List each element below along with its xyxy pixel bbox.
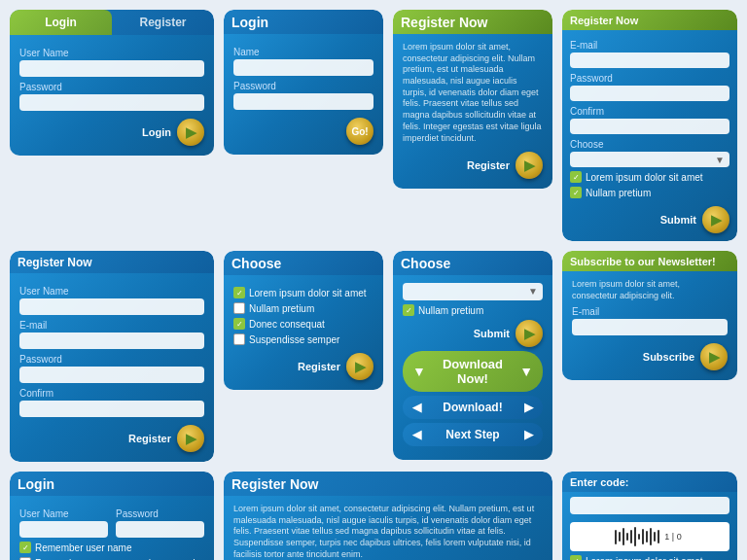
download-down-icon2: ▼	[519, 364, 533, 379]
register4-lorem: Lorem ipsum dolor sit amet, consectetur …	[233, 504, 543, 560]
checkbox-1[interactable]: ✓	[570, 171, 582, 183]
username-h-input[interactable]	[19, 521, 108, 538]
download-left-icon: ◀	[412, 401, 421, 414]
choose-card-2: Choose ▼ ✓ Nullam pretium Submit ▶ ▼ Dow…	[393, 251, 552, 462]
go-button[interactable]: Go!	[346, 118, 374, 145]
choose2-cb-1-label: Nullam pretium	[418, 305, 483, 316]
password2-input[interactable]	[233, 93, 374, 110]
tab-login[interactable]: Login	[10, 10, 112, 35]
choose1-cb-3[interactable]: ✓	[233, 318, 245, 330]
subscribe-email-label: E-mail	[572, 306, 728, 317]
confirm3-input[interactable]	[19, 401, 204, 417]
download-label: Download!	[443, 401, 502, 414]
confirm-label: Confirm	[570, 106, 729, 117]
username3-input[interactable]	[19, 298, 204, 315]
choose1-cb-1[interactable]: ✓	[233, 287, 245, 298]
choose2-input[interactable]	[403, 283, 543, 300]
pass-label: Password	[570, 73, 729, 84]
choose-label: Choose	[570, 139, 729, 150]
download-now-label: Download Now!	[431, 357, 515, 386]
next-right-icon: ▶	[524, 428, 533, 441]
login3-title: Login	[18, 476, 54, 492]
code-check-1[interactable]: ✓ Lorem ipsum dolor sit amet	[570, 555, 729, 560]
choose1-cb-4[interactable]	[233, 333, 245, 345]
name-input[interactable]	[233, 59, 374, 76]
email-input[interactable]	[570, 52, 729, 68]
enter-code-title: Enter code:	[570, 476, 629, 488]
username-input[interactable]	[19, 60, 204, 77]
email-label: E-mail	[570, 40, 729, 51]
download-now-button[interactable]: ▼ Download Now! ▼	[403, 351, 543, 392]
login-horizontal-card: Login User Name Password ✓ Remember user…	[10, 472, 214, 560]
remember-cb-1[interactable]: ✓	[19, 542, 31, 553]
submit-button[interactable]: ▶	[702, 206, 729, 233]
code-cb-1[interactable]: ✓	[570, 555, 582, 560]
submit-label: Submit	[660, 214, 696, 226]
choose1-cb-3-label: Donec consequat	[249, 319, 325, 330]
captcha-box: 1 | 0	[570, 522, 729, 551]
subscribe-button[interactable]: ▶	[700, 343, 728, 370]
username-h-label: User Name	[19, 508, 108, 519]
choose2-title: Choose	[401, 256, 450, 271]
remember-check-1[interactable]: ✓ Remember user name	[19, 542, 204, 553]
choose1-cb-4-label: Suspendisse semper	[249, 334, 339, 345]
choose1-cb-2-label: Nullam pretium	[249, 303, 314, 314]
password3-label: Password	[19, 354, 204, 365]
choose1-title: Choose	[231, 256, 281, 271]
arrow-icon: ▶	[186, 431, 196, 446]
download-right-icon: ▶	[524, 401, 533, 414]
email3-label: E-mail	[19, 320, 204, 331]
checkbox-row-2[interactable]: ✓ Nullam pretium	[570, 187, 729, 198]
register-button[interactable]: ▶	[516, 152, 543, 179]
pass-input[interactable]	[570, 86, 729, 101]
arrow-icon: ▶	[709, 349, 720, 365]
arrow-icon: ▶	[524, 158, 535, 173]
choose1-check-1[interactable]: ✓ Lorem ipsum dolor sit amet	[233, 287, 374, 298]
choose1-check-3[interactable]: ✓ Donec consequat	[233, 318, 374, 330]
remember-1-label: Remember user name	[35, 542, 131, 553]
next-step-button[interactable]: ◀ Next Step ▶	[403, 423, 543, 446]
register3-button[interactable]: ▶	[177, 425, 204, 452]
choose-card-1: Choose ✓ Lorem ipsum dolor sit amet Null…	[224, 251, 383, 462]
name-label: Name	[233, 47, 374, 57]
confirm-input[interactable]	[570, 119, 729, 134]
code-input[interactable]	[570, 497, 729, 514]
choose2-cb-1[interactable]: ✓	[403, 304, 414, 316]
register-form-card-2: Register Now User Name E-mail Password C…	[10, 251, 214, 462]
password3-input[interactable]	[19, 367, 204, 383]
enter-code-card: Enter code: 1 | 0	[562, 472, 737, 560]
subscribe-email-input[interactable]	[572, 319, 728, 335]
choose1-check-2[interactable]: Nullam pretium	[233, 302, 374, 314]
register-now3-title: Register Now	[18, 256, 92, 269]
subscribe-btn-label: Subscribe	[643, 351, 694, 363]
choose-input[interactable]	[570, 152, 729, 167]
register-now-title: Register Now	[401, 15, 487, 30]
register-choose-button[interactable]: ▶	[346, 353, 374, 380]
checkbox-2[interactable]: ✓	[570, 187, 582, 198]
choose1-cb-1-label: Lorem ipsum dolor sit amet	[249, 288, 367, 298]
arrow-icon: ▶	[355, 359, 366, 374]
captcha-image: 1 | 0	[615, 527, 684, 546]
register3-btn-label: Register	[128, 433, 171, 444]
tab-register[interactable]: Register	[112, 10, 214, 35]
choose2-check-1[interactable]: ✓ Nullam pretium	[403, 304, 543, 316]
download-button[interactable]: ◀ Download! ▶	[403, 396, 543, 419]
subscribe-title: Subscribe to our Newsletter!	[570, 256, 716, 267]
choose1-cb-2[interactable]	[233, 302, 245, 314]
login-btn-label: Login	[142, 126, 171, 138]
password-h-input[interactable]	[116, 521, 204, 538]
submit2-button[interactable]: ▶	[516, 320, 543, 347]
password-input[interactable]	[19, 94, 204, 111]
confirm3-label: Confirm	[19, 388, 204, 399]
login-register-card: Login Register User Name Password Login …	[10, 10, 214, 241]
email3-input[interactable]	[19, 332, 204, 349]
choose1-check-4[interactable]: Suspendisse semper	[233, 333, 374, 345]
password-label: Password	[19, 82, 204, 92]
login-button[interactable]: ▶	[177, 119, 204, 146]
password2-label: Password	[233, 81, 374, 91]
checkbox-row-1[interactable]: ✓ Lorem ipsum dolor sit amet	[570, 171, 729, 183]
arrow-icon: ▶	[186, 124, 196, 140]
subscribe-card: Subscribe to our Newsletter! Lorem ipsum…	[562, 251, 737, 462]
arrow-icon: ▶	[524, 326, 535, 341]
username-label: User Name	[19, 48, 204, 58]
